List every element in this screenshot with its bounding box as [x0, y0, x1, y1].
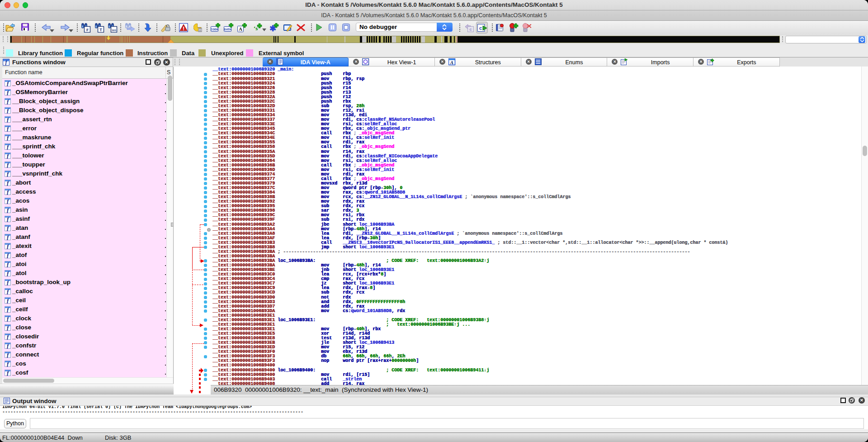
svg-text:A: A [239, 26, 242, 32]
svg-text:c: c [479, 25, 482, 31]
svg-text:DATA: DATA [224, 28, 231, 31]
svg-text:T: T [99, 28, 102, 32]
svg-text:#: # [86, 28, 88, 32]
svg-text:CODE: CODE [211, 28, 218, 31]
svg-text:101: 101 [112, 29, 117, 32]
svg-text:c: c [469, 27, 472, 32]
svg-text:A: A [450, 60, 453, 65]
